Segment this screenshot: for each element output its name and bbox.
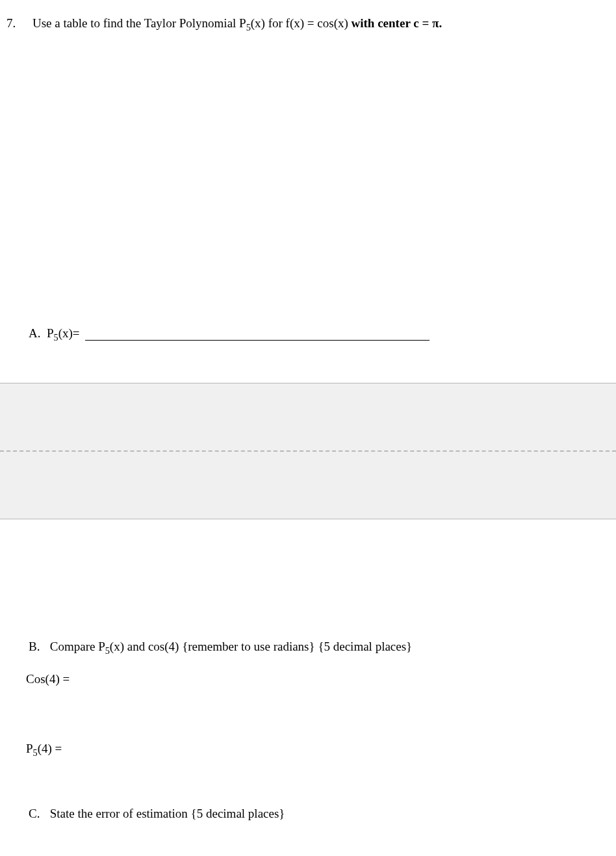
pb-post: (x) and cos(4) {remember to use radians}…	[110, 640, 412, 653]
question-row: 7. Use a table to find the Taylor Polyno…	[0, 16, 616, 31]
p5-4-line: P5(4) =	[0, 742, 616, 756]
q-mid1: (x) for f(x) = cos(x)	[251, 16, 352, 30]
part-b: B. Compare P5(x) and cos(4) {remember to…	[0, 640, 616, 654]
workspace-a	[0, 31, 616, 320]
part-a-expr: P5(x)=	[47, 326, 80, 341]
pa-sub: 5	[54, 332, 58, 343]
part-a: A. P5(x)=	[0, 326, 616, 341]
pb-pre: Compare P	[50, 640, 105, 653]
part-b-label: B.	[29, 640, 47, 654]
p54-sub: 5	[33, 747, 38, 758]
pa-post: (x)=	[58, 326, 80, 340]
part-c-label: C.	[29, 807, 47, 821]
part-c-text: State the error of estimation {5 decimal…	[50, 807, 285, 820]
page: 7. Use a table to find the Taylor Polyno…	[0, 0, 616, 821]
grey-band	[0, 383, 616, 519]
question-text: Use a table to find the Taylor Polynomia…	[32, 16, 616, 31]
q-bold: with center c = π.	[352, 16, 443, 30]
question-number: 7.	[6, 16, 32, 31]
answer-blank	[85, 327, 430, 341]
p54-post: (4) =	[38, 742, 62, 755]
cos4-label: Cos(4) =	[26, 672, 70, 686]
pa-pre: P	[47, 326, 54, 340]
cos4-line: Cos(4) =	[0, 672, 616, 686]
part-c: C. State the error of estimation {5 deci…	[0, 807, 616, 821]
q-sub1: 5	[246, 22, 251, 32]
dashed-divider	[0, 450, 616, 452]
part-b-text: Compare P5(x) and cos(4) {remember to us…	[50, 640, 412, 653]
part-a-label: A.	[29, 326, 47, 341]
p54-pre: P	[26, 742, 33, 755]
q-prefix: Use a table to find the Taylor Polynomia…	[32, 16, 246, 30]
p54-expr: P5(4) =	[26, 742, 62, 755]
pb-sub: 5	[105, 645, 110, 656]
